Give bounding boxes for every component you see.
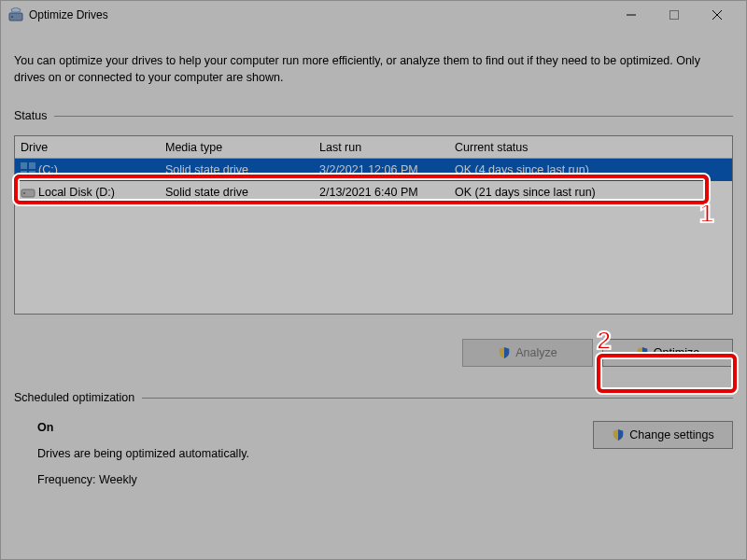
minimize-icon: [627, 10, 636, 20]
table-row[interactable]: (C:) Solid state drive 3/2/2021 12:06 PM…: [15, 159, 732, 181]
svg-rect-3: [670, 11, 679, 20]
window-title: Optimize Drives: [29, 8, 610, 21]
table-header-row: Drive Media type Last run Current status: [15, 136, 732, 159]
cell-last-run: 3/2/2021 12:06 PM: [314, 163, 449, 176]
analyze-label: Analyze: [515, 346, 557, 359]
divider: [142, 398, 733, 399]
scheduled-section-header: Scheduled optimization: [14, 391, 733, 404]
drives-table[interactable]: Drive Media type Last run Current status…: [14, 135, 733, 315]
scheduled-freq: Frequency: Weekly: [37, 473, 574, 486]
cell-last-run: 2/13/2021 6:40 PM: [314, 186, 449, 199]
drive-icon: [21, 162, 35, 177]
scheduled-on: On: [37, 421, 574, 434]
status-label: Status: [14, 109, 47, 122]
maximize-button[interactable]: [653, 1, 696, 29]
cell-status: OK (4 days since last run): [449, 163, 732, 176]
svg-point-1: [11, 16, 13, 18]
change-settings-label: Change settings: [629, 428, 713, 441]
titlebar[interactable]: Optimize Drives: [1, 1, 746, 29]
svg-point-11: [23, 192, 25, 194]
window-body: You can optimize your drives to help you…: [1, 29, 746, 499]
scheduled-desc: Drives are being optimized automatically…: [37, 447, 574, 460]
optimize-label: Optimize: [654, 346, 699, 359]
close-icon: [712, 10, 722, 20]
cell-drive: (C:): [38, 163, 58, 176]
close-button[interactable]: [696, 1, 739, 29]
minimize-button[interactable]: [610, 1, 653, 29]
description-text: You can optimize your drives to help you…: [14, 52, 733, 86]
shield-icon: [612, 428, 625, 441]
svg-rect-7: [29, 162, 35, 169]
cell-media: Solid state drive: [160, 186, 314, 199]
optimize-drives-window: Optimize Drives You can optimize your dr…: [0, 0, 747, 560]
action-buttons: Analyze Optimize: [14, 339, 733, 367]
status-section-header: Status: [14, 109, 733, 122]
optimize-button[interactable]: Optimize: [602, 339, 733, 367]
col-last-run[interactable]: Last run: [314, 141, 449, 154]
col-drive[interactable]: Drive: [15, 141, 160, 154]
table-row[interactable]: Local Disk (D:) Solid state drive 2/13/2…: [15, 181, 732, 203]
cell-drive: Local Disk (D:): [38, 186, 115, 199]
svg-rect-9: [29, 171, 35, 177]
app-icon: [8, 7, 23, 22]
shield-icon: [498, 346, 511, 359]
shield-icon: [636, 346, 649, 359]
svg-rect-8: [21, 171, 27, 177]
change-settings-button[interactable]: Change settings: [593, 421, 733, 449]
scheduled-body: On Drives are being optimized automatica…: [14, 421, 733, 486]
cell-status: OK (21 days since last run): [449, 186, 732, 199]
analyze-button: Analyze: [462, 339, 593, 367]
divider: [54, 116, 733, 117]
svg-rect-6: [21, 162, 27, 169]
col-media[interactable]: Media type: [160, 141, 314, 154]
window-controls: [610, 1, 739, 29]
col-status[interactable]: Current status: [449, 141, 732, 154]
drive-icon: [21, 185, 35, 200]
scheduled-label: Scheduled optimization: [14, 391, 134, 404]
maximize-icon: [669, 10, 679, 20]
scheduled-text: On Drives are being optimized automatica…: [37, 421, 574, 486]
cell-media: Solid state drive: [160, 163, 314, 176]
